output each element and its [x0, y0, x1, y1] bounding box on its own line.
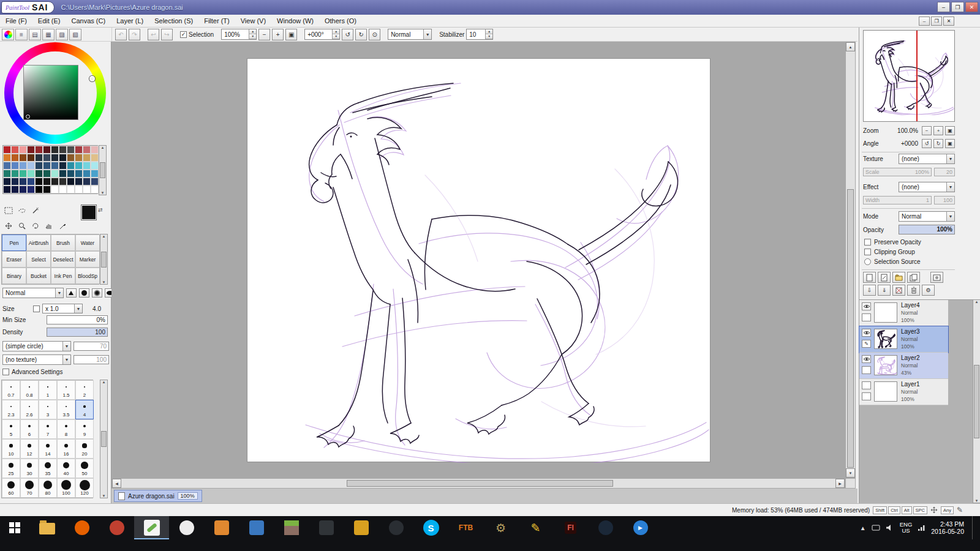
taskbar-app-gold-app[interactable] [344, 516, 379, 539]
color-swatch[interactable] [3, 154, 11, 162]
taskbar-app-camera-app[interactable] [379, 516, 413, 539]
duplicate-layer-icon[interactable] [907, 272, 920, 283]
zoom-spinner[interactable]: ▲▼ [249, 29, 256, 39]
color-swatch[interactable] [19, 154, 27, 162]
tip-shape-round-icon[interactable] [79, 288, 89, 298]
menu-item-layer[interactable]: Layer (L) [111, 15, 149, 28]
taskbar-app-media-player[interactable]: ▶ [623, 516, 658, 539]
color-swatch[interactable] [19, 186, 27, 193]
color-swatch[interactable] [75, 154, 83, 162]
tool-deselect[interactable]: Deselect [51, 251, 75, 268]
color-swatch[interactable] [43, 146, 51, 154]
menu-item-canvas[interactable]: Canvas (C) [66, 15, 111, 28]
window-close-button[interactable]: ✕ [965, 2, 978, 12]
taskbar-app-firefox[interactable] [64, 516, 99, 539]
menu-item-selection[interactable]: Selection (S) [149, 15, 198, 28]
delete-layer-icon[interactable] [907, 285, 920, 296]
brush-size-16[interactable]: 16 [57, 439, 75, 459]
color-swatch[interactable] [3, 146, 11, 154]
color-swatch[interactable] [35, 162, 43, 170]
color-swatch[interactable] [11, 186, 19, 193]
brush-size-14[interactable]: 14 [39, 439, 57, 459]
brush-size-1[interactable]: 1 [39, 380, 57, 400]
color-swatch[interactable] [19, 170, 27, 178]
zoom-out-button[interactable]: − [258, 29, 270, 40]
nav-zoom-reset-button[interactable]: ▣ [945, 126, 955, 135]
brush-size-12[interactable]: 12 [20, 439, 39, 459]
canvas-blend-dropdown[interactable]: Normal ▼ [388, 29, 432, 40]
horizontal-scroll-thumb[interactable] [347, 480, 613, 487]
brush-size-3.5[interactable]: 3.5 [57, 400, 75, 419]
advanced-settings-checkbox[interactable] [2, 369, 9, 375]
color-swatch[interactable] [43, 154, 51, 162]
zoom-tool-icon[interactable] [15, 220, 28, 232]
rotate-ccw-button[interactable]: ↺ [342, 29, 353, 40]
layer-row-layer3[interactable]: ✎Layer3Normal100% [859, 326, 948, 353]
color-swatch[interactable] [67, 186, 75, 193]
layers-scrollbar[interactable]: ▲▼ [973, 299, 980, 503]
color-swatch[interactable] [11, 146, 19, 154]
layer-visibility-eye-icon[interactable] [862, 355, 871, 363]
layer-visibility-eye-icon[interactable] [862, 329, 871, 337]
color-swatch[interactable] [83, 170, 91, 178]
panel-icon-rgb-slider[interactable]: ≡ [15, 29, 28, 40]
color-swatch[interactable] [83, 146, 91, 154]
zoom-fit-button[interactable]: ▣ [285, 29, 297, 40]
brush-size-2[interactable]: 2 [75, 380, 94, 400]
color-swatch[interactable] [91, 186, 99, 193]
layer-row-layer2[interactable]: Layer2Normal43% [859, 353, 948, 379]
brush-shape-dropdown[interactable]: (simple circle) ▼ [2, 341, 71, 351]
color-swatch[interactable] [91, 170, 99, 178]
mdi-minimize-button[interactable]: – [919, 17, 930, 26]
color-swatch[interactable] [75, 170, 83, 178]
angle-combo[interactable]: +000° ▲▼ [304, 29, 340, 40]
nav-zoom-in-button[interactable]: + [933, 126, 943, 135]
color-swatch[interactable] [67, 162, 75, 170]
brush-blend-dropdown[interactable]: Normal ▼ [2, 288, 64, 298]
zoom-in-button[interactable]: + [272, 29, 284, 40]
reset-view-button[interactable]: ⊙ [369, 29, 380, 40]
color-swatch[interactable] [35, 178, 43, 186]
size-grid-scrollbar[interactable]: ▲▼ [100, 380, 108, 498]
color-swatch[interactable] [11, 154, 19, 162]
taskbar-app-painttool-sai[interactable] [134, 516, 169, 539]
magic-wand-icon[interactable] [29, 204, 42, 217]
rotate-cw-button[interactable]: ↻ [355, 29, 367, 40]
brush-size-0.8[interactable]: 0.8 [20, 380, 39, 400]
window-maximize-button[interactable]: ❐ [951, 2, 964, 12]
color-swatch[interactable] [51, 154, 59, 162]
color-swatch[interactable] [3, 162, 11, 170]
color-swatch[interactable] [3, 178, 11, 186]
vertical-scroll-thumb[interactable] [847, 189, 854, 468]
nav-angle-reset-button[interactable]: ▣ [945, 139, 955, 148]
color-swatch[interactable] [83, 186, 91, 193]
color-swatch[interactable] [91, 146, 99, 154]
menu-item-others[interactable]: Others (O) [319, 15, 362, 28]
color-swatch[interactable] [27, 146, 35, 154]
color-swatch[interactable] [83, 154, 91, 162]
brush-size-6[interactable]: 6 [20, 419, 39, 439]
taskbar-app-file-explorer[interactable] [29, 516, 64, 539]
zoom-combo[interactable]: 100% ▲▼ [221, 29, 257, 40]
brush-size-70[interactable]: 70 [20, 478, 39, 498]
language-indicator[interactable]: ENGUS [900, 522, 913, 534]
mdi-close-button[interactable]: ✕ [943, 17, 954, 26]
nav-rotate-cw-button[interactable]: ↻ [933, 139, 943, 148]
color-swatch[interactable] [91, 162, 99, 170]
selection-checkbox[interactable]: ✓ [180, 31, 187, 38]
lasso-icon[interactable] [15, 204, 28, 217]
history-forward-icon[interactable]: ↪ [161, 29, 173, 40]
brush-size-10[interactable]: 10 [2, 439, 20, 459]
density-slider[interactable]: 100 [47, 328, 108, 337]
transfer-down-icon[interactable]: ⇩ [863, 285, 876, 296]
document-canvas[interactable] [247, 58, 710, 462]
new-layer-set-icon[interactable] [892, 272, 905, 283]
menu-item-filter[interactable]: Filter (T) [198, 15, 235, 28]
brush-size-120[interactable]: 120 [75, 478, 94, 498]
taskbar-app-minecraft[interactable] [274, 516, 309, 539]
color-swatch[interactable] [59, 178, 67, 186]
brush-size-100[interactable]: 100 [57, 478, 75, 498]
color-swatch[interactable] [3, 170, 11, 178]
history-back-icon[interactable]: ↩ [148, 29, 159, 40]
color-swatch[interactable] [43, 178, 51, 186]
